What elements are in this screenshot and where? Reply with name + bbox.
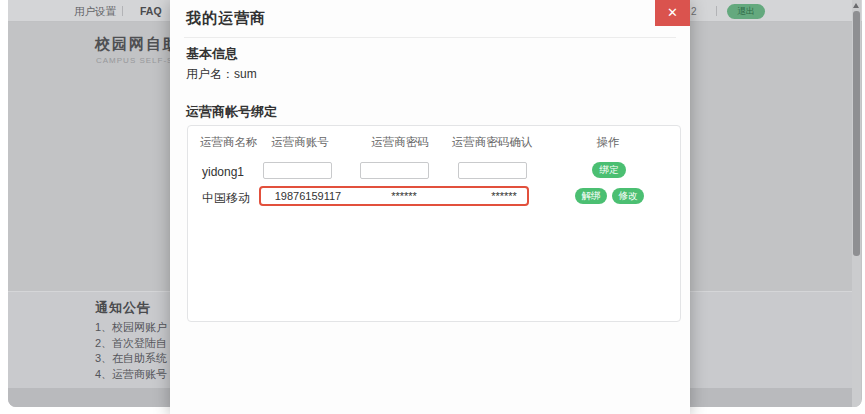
operator-name: 中国移动 (202, 190, 250, 207)
scrollbar-thumb[interactable] (853, 11, 860, 256)
scrollbar[interactable] (852, 0, 861, 407)
password-input[interactable] (360, 162, 429, 179)
modal-divider (184, 37, 676, 38)
account-input[interactable] (263, 162, 332, 179)
nav-item-user-settings[interactable]: 用户设置 (74, 5, 116, 19)
col-header-password-confirm: 运营商密码确认 (442, 135, 542, 150)
close-button[interactable]: ✕ (655, 0, 690, 26)
operator-modal: 我的运营商 ✕ 基本信息 用户名：sum 运营商帐号绑定 运营商名称 运营商账号… (170, 0, 690, 414)
nav-divider-right (716, 6, 717, 16)
notice-item: 4、运营商账号 (95, 367, 167, 383)
col-header-account: 运营商账号 (260, 135, 340, 150)
scrollbar-up-icon[interactable] (853, 3, 859, 8)
binding-table: 运营商名称 运营商账号 运营商密码 运营商密码确认 操作 yidong1 绑定 … (187, 125, 681, 322)
modify-button[interactable]: 修改 (612, 188, 644, 204)
operator-name: yidong1 (202, 165, 244, 179)
notice-item: 2、首次登陆自 (95, 336, 167, 352)
bound-password-value: ****** (364, 189, 444, 203)
notice-item: 3、在自助系统 (95, 351, 167, 367)
basic-info-heading: 基本信息 (186, 45, 238, 63)
nav-item-faq[interactable]: FAQ (140, 5, 162, 17)
binding-heading: 运营商帐号绑定 (186, 103, 277, 121)
notice-heading: 通知公告 (95, 299, 151, 317)
close-icon: ✕ (667, 5, 678, 20)
bound-password-confirm-value: ****** (464, 189, 544, 203)
password-confirm-input[interactable] (458, 162, 527, 179)
bound-account-value: 19876159117 (268, 189, 348, 203)
notice-list: 1、校园网账户 2、首次登陆自 3、在自助系统 4、运营商账号 (95, 320, 167, 382)
modal-title: 我的运营商 (186, 9, 266, 28)
col-header-action: 操作 (573, 135, 643, 150)
bound-values-highlight: 19876159117 ****** ****** (259, 186, 529, 206)
bind-button[interactable]: 绑定 (592, 162, 626, 178)
username-text: 用户名：sum (186, 66, 257, 83)
nav-divider (122, 6, 123, 16)
logout-button[interactable]: 退出 (727, 4, 765, 19)
notice-item: 1、校园网账户 (95, 320, 167, 336)
col-header-password: 运营商密码 (360, 135, 440, 150)
unbind-button[interactable]: 解绑 (575, 188, 607, 204)
nav-item-fragment: 2 (691, 6, 697, 17)
